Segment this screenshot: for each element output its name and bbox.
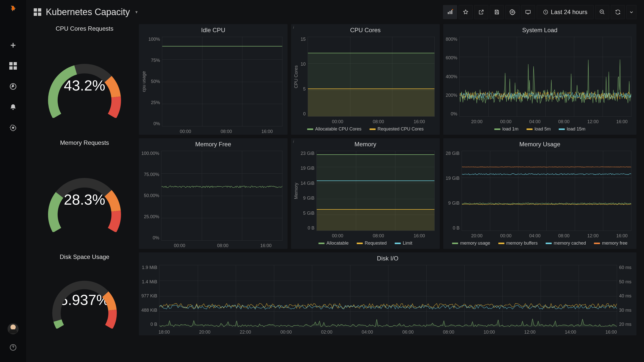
- panel-title: Memory: [291, 138, 440, 149]
- x-axis: 00:0008:0016:00: [165, 127, 288, 135]
- panel-disk-io[interactable]: Disk I/O 1.9 MiB1.4 MiB977 KiB488 KiB0 B…: [139, 252, 636, 335]
- time-range-label: Last 24 hours: [551, 9, 587, 16]
- panel-idle-cpu[interactable]: Idle CPU cpu usage 100%75%50%25%0% 00:00…: [139, 24, 288, 135]
- y-axis-label: Memory: [294, 151, 301, 231]
- panel-title: Disk I/O: [139, 252, 636, 263]
- chart-plot: [462, 151, 631, 231]
- x-axis: 20:0000:0004:0008:0012:0016:00: [462, 232, 636, 239]
- legend: AllocatableRequestedLimit: [291, 239, 440, 249]
- panel-memory-free[interactable]: Memory Free 100.00%75.00%50.00%25.00%0% …: [139, 138, 288, 249]
- add-icon[interactable]: [9, 41, 18, 50]
- svg-rect-7: [526, 10, 530, 13]
- toolbar: Last 24 hours: [443, 5, 636, 19]
- chart-plot: [459, 37, 631, 117]
- panel-title: Disk Space Usage: [34, 252, 135, 264]
- x-axis: 00:0008:0016:00: [158, 242, 288, 249]
- chevron-down-icon: ▾: [135, 9, 138, 15]
- star-button[interactable]: [459, 5, 473, 19]
- panel-title: Memory Usage: [443, 138, 636, 149]
- chart-plot: [316, 151, 435, 231]
- y-axis-label: cpu usage: [141, 37, 148, 126]
- top-bar: Kubernetes Capacity ▾ Last 24 hours: [26, 0, 644, 24]
- chart-plot: [161, 151, 283, 241]
- panel-title: CPU Cores Requests: [34, 24, 135, 36]
- x-axis: 20:0000:0004:0008:0012:0016:00: [462, 118, 636, 125]
- y-axis-label: CPU Cores: [294, 37, 301, 117]
- panel-cpu-cores[interactable]: i CPU Cores CPU Cores 151050 00:0: [291, 24, 440, 135]
- chart-plot: [159, 265, 617, 327]
- svg-rect-3: [448, 12, 449, 14]
- side-nav: [0, 0, 26, 362]
- time-range-button[interactable]: Last 24 hours: [537, 5, 594, 19]
- panel-title: Memory Free: [139, 138, 288, 149]
- panel-title: CPU Cores: [291, 24, 440, 35]
- y-axis: 23 GiB19 GiB14 GiB9 GiB5 GiB0 B: [301, 151, 316, 231]
- panel-title: Memory Requests: [34, 138, 135, 150]
- y-axis: 28 GiB19 GiB9 GiB0 B: [446, 151, 462, 231]
- dashboard-title-dropdown[interactable]: Kubernetes Capacity ▾: [34, 7, 138, 17]
- panel-title: System Load: [443, 24, 636, 35]
- y-axis: 151050: [301, 37, 308, 117]
- dashboard-title: Kubernetes Capacity: [46, 7, 130, 17]
- gauge-arc: [44, 53, 125, 118]
- help-icon[interactable]: [9, 343, 18, 352]
- svg-point-1: [12, 127, 14, 129]
- info-icon: i: [293, 25, 294, 29]
- svg-rect-5: [451, 10, 452, 14]
- y-axis: 100.00%75.00%50.00%25.00%0%: [141, 151, 161, 241]
- svg-point-6: [512, 11, 513, 13]
- legend: Allocatable CPU CoresRequested CPU Cores: [291, 125, 440, 135]
- svg-rect-4: [450, 11, 451, 14]
- share-button[interactable]: [474, 5, 488, 19]
- chart-plot: [308, 37, 435, 117]
- refresh-dropdown-button[interactable]: [626, 5, 636, 19]
- panel-title: Idle CPU: [139, 24, 288, 35]
- panel-memory-requests-gauge[interactable]: Memory Requests 28.3%: [34, 138, 135, 249]
- y-axis-right: 60 ms50 ms40 ms30 ms20 ms: [617, 265, 631, 327]
- panel-system-load[interactable]: System Load 800%600%400%200%0% 20:0000:0…: [443, 24, 636, 135]
- x-axis: 00:0008:0016:00: [317, 118, 440, 125]
- gauge-arc: [44, 271, 125, 329]
- refresh-button[interactable]: [611, 5, 625, 19]
- save-button[interactable]: [490, 5, 504, 19]
- add-panel-button[interactable]: [443, 5, 457, 19]
- info-icon: i: [293, 139, 294, 144]
- alerting-icon[interactable]: [9, 103, 18, 112]
- legend: load 1mload 5mload 15m: [443, 125, 636, 135]
- dashboards-icon[interactable]: [9, 61, 18, 70]
- user-avatar[interactable]: [8, 323, 19, 334]
- grafana-logo-icon[interactable]: [9, 4, 18, 13]
- legend: memory usagememory buffersmemory cachedm…: [443, 239, 636, 249]
- configuration-icon[interactable]: [9, 123, 18, 132]
- cycle-view-button[interactable]: [521, 5, 535, 19]
- x-axis: 00:0008:0016:00: [317, 232, 440, 239]
- y-axis: 100%75%50%25%0%: [148, 37, 162, 126]
- dashboards-grid-icon: [34, 8, 41, 16]
- chart-plot: [162, 37, 283, 126]
- panel-memory-usage[interactable]: Memory Usage 28 GiB19 GiB9 GiB0 B 20:000…: [443, 138, 636, 249]
- panel-disk-space-gauge[interactable]: Disk Space Usage 5.937%: [34, 252, 135, 335]
- x-axis: 18:0020:0022:0000:0002:0004:0006:0008:00…: [158, 328, 617, 335]
- settings-button[interactable]: [505, 5, 519, 19]
- explore-icon[interactable]: [9, 82, 18, 91]
- y-axis: 800%600%400%200%0%: [446, 37, 459, 117]
- panel-memory[interactable]: i Memory Memory 23 GiB19 GiB14 GiB9 GiB5…: [291, 138, 440, 249]
- gauge-arc: [44, 167, 125, 232]
- y-axis-left: 1.9 MiB1.4 MiB977 KiB488 KiB0 B: [141, 265, 159, 327]
- panel-cpu-requests-gauge[interactable]: CPU Cores Requests 43.2%: [34, 24, 135, 135]
- zoom-out-button[interactable]: [595, 5, 609, 19]
